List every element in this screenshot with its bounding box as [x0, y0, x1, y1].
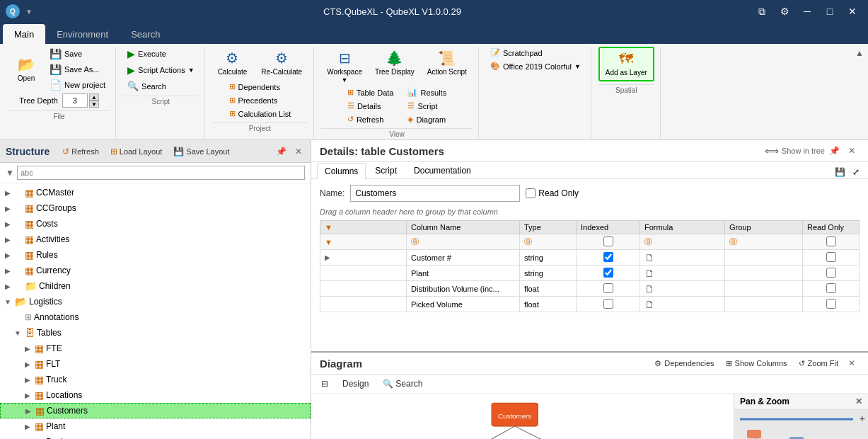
show-columns-btn[interactable]: ⊞ Show Columns [720, 358, 793, 370]
tree-item-logistics[interactable]: ▼ 📂 Logistics [0, 294, 311, 309]
col-header-indexed[interactable]: Indexed [577, 221, 640, 234]
tree-toggle-fte[interactable]: ▶ [23, 343, 33, 353]
tab-documentation[interactable]: Documentation [406, 162, 479, 178]
titlebar-restore-btn[interactable]: ⧉ [752, 4, 772, 18]
tree-toggle-logistics[interactable]: ▼ [3, 297, 13, 307]
tree-toggle-ccmaster[interactable]: ▶ [3, 188, 13, 198]
details-button[interactable]: ☰ Details [343, 100, 398, 112]
diagram-icon-btn[interactable]: ⊟ [317, 377, 332, 390]
row-indexed-cb[interactable] [603, 252, 613, 262]
titlebar-maximize-btn[interactable]: □ [820, 4, 840, 18]
tree-item-annotations[interactable]: ⊞ Annotations [0, 309, 311, 325]
diagram-main[interactable]: Customers FTE FLT Truck Logistics Locati… [311, 394, 734, 439]
tree-toggle-truck[interactable]: ▶ [23, 375, 33, 384]
table-data-button[interactable]: ⊞ Table Data [343, 86, 398, 98]
ribbon-collapse[interactable]: ▲ [854, 47, 865, 139]
tree-display-button[interactable]: 🌲 Tree Display [369, 47, 420, 86]
tree-item-costs[interactable]: ▶ ▦ Costs [0, 216, 311, 232]
row-indexed-cb3[interactable] [603, 283, 613, 293]
script-view-button[interactable]: ☰ Script [403, 100, 451, 112]
row-readonly-cb4[interactable] [826, 299, 836, 309]
action-script-button[interactable]: 📜 Action Script [422, 47, 473, 86]
pan-zoom-content[interactable]: + [734, 410, 868, 439]
panel-pin-btn[interactable]: 📌 [273, 145, 289, 158]
tab-main[interactable]: Main [3, 24, 45, 44]
name-field-input[interactable] [350, 185, 520, 202]
col-header-readonly[interactable]: Read Only [803, 221, 860, 234]
diagram-search-btn[interactable]: 🔍 Search [378, 377, 427, 390]
tree-toggle-costs[interactable]: ▶ [3, 219, 13, 229]
scratchpad-button[interactable]: 📝 Scratchpad [486, 47, 585, 59]
new-project-button[interactable]: 📄 New project [45, 78, 110, 92]
script-actions-button[interactable]: ▶ Script Actions ▼ [123, 63, 199, 77]
show-in-tree-btn[interactable]: ⟺ Show in tree [765, 145, 825, 156]
tree-toggle-ccgroups[interactable]: ▶ [3, 203, 13, 213]
tree-item-customers[interactable]: ▶ ▦ Customers [0, 403, 311, 418]
row-readonly-cb3[interactable] [826, 283, 836, 293]
tree-item-ccgroups[interactable]: ▶ ▦ CCGroups [0, 200, 311, 216]
tree-search-input[interactable] [17, 166, 305, 180]
table-row[interactable]: Picked Volume float 🗋 [320, 297, 860, 312]
tab-script[interactable]: Script [367, 162, 405, 178]
spinbox-down[interactable]: ▼ [89, 101, 99, 108]
tree-item-activities[interactable]: ▶ ▦ Activities [0, 232, 311, 247]
save-layout-btn[interactable]: 💾 Save Layout [169, 145, 233, 158]
titlebar-settings-btn[interactable]: ⚙ [775, 4, 794, 18]
calculate-button[interactable]: ⚙ Calculate [212, 47, 253, 79]
readonly-checkbox[interactable] [526, 188, 536, 198]
col-header-group[interactable]: Group [725, 221, 803, 234]
col-header-type[interactable]: Type [520, 221, 577, 234]
tree-toggle-locations[interactable]: ▶ [23, 390, 33, 400]
row-readonly-cb2[interactable] [826, 268, 836, 278]
col-header-formula[interactable]: Formula [640, 221, 725, 234]
dependencies-btn[interactable]: ⚙ Dependencies [649, 358, 719, 370]
filter-readonly-cb[interactable] [826, 236, 836, 246]
zoom-fit-btn[interactable]: ↺ Zoom Fit [793, 358, 844, 370]
table-row[interactable]: ▶ Customer # string 🗋 [320, 250, 860, 266]
tree-toggle-flt[interactable]: ▶ [23, 359, 33, 369]
tree-item-flt[interactable]: ▶ ▦ FLT [0, 356, 311, 372]
col-header-column-name[interactable]: Column Name [407, 221, 520, 234]
row-readonly-cb[interactable] [826, 252, 836, 262]
tree-item-plant[interactable]: ▶ ▦ Plant [0, 418, 311, 434]
tab-environment[interactable]: Environment [45, 24, 120, 44]
tree-toggle-children[interactable]: ▶ [3, 281, 13, 291]
panel-close-btn[interactable]: ✕ [292, 145, 305, 158]
filter-indexed-cb[interactable] [603, 236, 613, 246]
tree-toggle-activities[interactable]: ▶ [3, 234, 13, 244]
add-as-layer-button[interactable]: 🗺 Add as Layer [598, 47, 654, 81]
tree-item-locations[interactable]: ▶ ▦ Locations [0, 387, 311, 403]
tab-columns[interactable]: Columns [317, 163, 366, 179]
pan-zoom-close-btn[interactable]: ✕ [855, 397, 862, 406]
table-row[interactable]: Plant string 🗋 [320, 266, 860, 281]
tree-item-fte[interactable]: ▶ ▦ FTE [0, 341, 311, 356]
tree-item-tables[interactable]: ▼ 🗄 Tables [0, 325, 311, 341]
dependents-button[interactable]: ⊞ Dependents [225, 81, 296, 93]
tree-toggle-rules[interactable]: ▶ [3, 250, 13, 260]
calc-list-button[interactable]: ⊞ Calculation List [225, 108, 296, 120]
tree-item-truck[interactable]: ▶ ▦ Truck [0, 372, 311, 387]
pan-zoom-plus-btn[interactable]: + [860, 413, 865, 424]
row-indexed-cb2[interactable] [603, 268, 613, 278]
execute-button[interactable]: ▶ Execute [123, 47, 199, 61]
tree-toggle-currency[interactable]: ▶ [3, 266, 13, 275]
tree-toggle-tables[interactable]: ▼ [13, 328, 23, 338]
results-button[interactable]: 📊 Results [403, 86, 451, 98]
refresh-button[interactable]: ↺ Refresh [343, 113, 398, 125]
save-button[interactable]: 💾 Save [45, 47, 110, 61]
details-pin-btn[interactable]: 📌 [825, 144, 844, 157]
tree-item-children[interactable]: ▶ 📁 Children [0, 278, 311, 294]
tree-item-packs[interactable]: ▶ ▦ Packs [0, 434, 311, 439]
save-as-button[interactable]: 💾 Save As... [45, 62, 110, 76]
open-button[interactable]: 📂 Open [8, 53, 44, 86]
spinbox-up[interactable]: ▲ [89, 93, 99, 101]
workspace-button[interactable]: ⊟ Workspace ▼ [321, 47, 368, 86]
tree-depth-input[interactable] [62, 93, 88, 108]
precedents-button[interactable]: ⊞ Precedents [225, 94, 296, 106]
table-row[interactable]: Distribution Volume (inc... float 🗋 [320, 281, 860, 297]
diagram-button[interactable]: ◈ Diagram [403, 113, 451, 125]
search-button[interactable]: 🔍 Search [123, 79, 199, 93]
tree-item-rules[interactable]: ▶ ▦ Rules [0, 247, 311, 263]
details-expand-btn[interactable]: ⤢ [850, 166, 862, 178]
recalculate-button[interactable]: ⚙ Re-Calculate [255, 47, 308, 79]
